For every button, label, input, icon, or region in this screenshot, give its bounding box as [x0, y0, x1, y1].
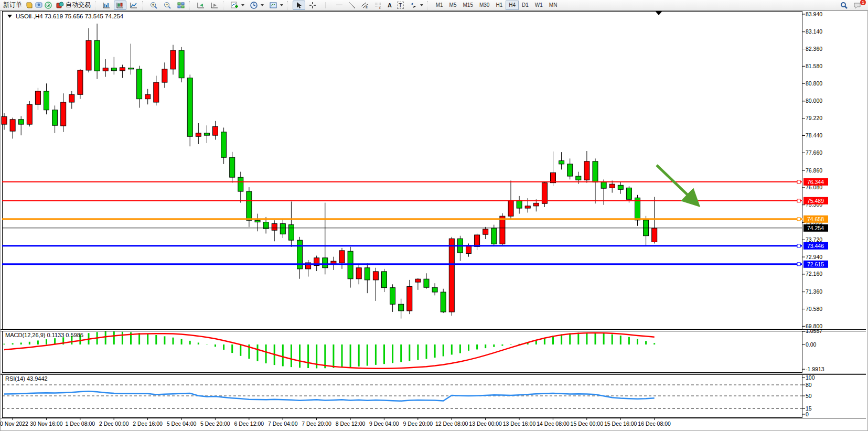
candle	[432, 287, 437, 292]
price-tick-label: 79.220	[806, 115, 822, 121]
dropdown-caret-icon	[241, 4, 244, 6]
line-handle[interactable]	[797, 180, 800, 184]
candle	[483, 229, 488, 234]
periods-menu-button[interactable]	[248, 0, 266, 10]
time-tick-label: 2 Dec 16:00	[133, 421, 163, 427]
horizontal-line-tool[interactable]	[333, 0, 346, 10]
line-handle[interactable]	[797, 263, 800, 266]
crosshair-tool-icon[interactable]	[306, 1, 319, 10]
candle	[373, 272, 378, 280]
candle	[567, 164, 573, 176]
trendline-tool[interactable]	[347, 0, 357, 10]
main-pane[interactable]	[3, 12, 802, 329]
macd-tick-label: 1.0557	[806, 328, 822, 334]
line-chart-type-icon[interactable]	[127, 1, 140, 10]
text-tool[interactable]: A	[385, 0, 394, 10]
equidistant-channel-tool[interactable]: E	[358, 0, 371, 10]
text-tool-icon: A	[388, 2, 392, 8]
candle	[78, 70, 83, 94]
time-tick-label: 5 Dec 20:00	[200, 421, 230, 427]
candle	[18, 120, 24, 124]
vertical-line-tool[interactable]	[320, 0, 332, 10]
fibonacci-tool[interactable]: F	[372, 0, 384, 10]
price-tick-label: 78.440	[806, 132, 822, 138]
rsi-tick-label: 100	[806, 374, 815, 381]
trendline-icon	[349, 2, 355, 8]
candle	[382, 272, 387, 288]
price-badge-label: 72.615	[807, 261, 824, 267]
timeframe-button-mn[interactable]: MN	[546, 1, 561, 10]
auto-scroll-icon[interactable]	[195, 1, 207, 10]
candle	[162, 69, 167, 82]
timeframe-button-h1[interactable]: H1	[492, 1, 506, 10]
indicators-menu-button[interactable]	[228, 0, 247, 10]
dropdown-caret-icon	[261, 4, 264, 6]
bar-chart-type-icon[interactable]	[100, 1, 113, 10]
arrows-menu-button[interactable]	[407, 0, 425, 10]
candle	[626, 188, 631, 199]
timeframe-button-d1[interactable]: D1	[519, 1, 532, 10]
tile-windows-icon[interactable]	[175, 1, 187, 10]
candle	[618, 185, 623, 189]
price-badge-label: 73.446	[807, 243, 824, 249]
time-tick-label: 6 Dec 12:00	[234, 421, 264, 427]
chart-title: USOil-,H4 73.619 75.656 73.545 74.254	[16, 13, 124, 19]
navigator-icon[interactable]	[35, 1, 43, 9]
text-label-tool[interactable]: T	[395, 0, 406, 10]
candle	[255, 220, 260, 222]
clock-icon	[250, 1, 258, 9]
new-order-button[interactable]: 新订单	[1, 0, 24, 10]
cursor-tool-icon[interactable]	[293, 1, 305, 10]
line-handle[interactable]	[797, 199, 800, 202]
dropdown-caret-icon	[280, 4, 283, 6]
text-label-icon: T	[397, 2, 404, 9]
horizontal-line-icon	[336, 5, 342, 5]
candle	[390, 288, 395, 305]
notification-badge: 1	[860, 0, 866, 5]
line-handle[interactable]	[797, 244, 800, 247]
candle	[111, 68, 116, 71]
candle	[399, 304, 404, 311]
timeframe-button-m5[interactable]: M5	[446, 1, 460, 10]
candle	[525, 206, 530, 208]
market-watch-icon[interactable]	[25, 1, 34, 9]
autotrading-icon	[56, 1, 64, 9]
candle	[230, 157, 235, 177]
line-handle[interactable]	[797, 218, 800, 221]
candle	[120, 68, 125, 71]
candle	[187, 78, 192, 137]
time-tick-label: 1 Dec 08:00	[65, 421, 95, 427]
zoom-out-icon[interactable]	[161, 1, 174, 10]
toolbar-separator	[189, 1, 192, 9]
price-tick-label: 82.360	[806, 46, 822, 52]
candle	[593, 161, 598, 182]
price-tick-label: 77.660	[806, 149, 822, 156]
candle	[280, 224, 285, 234]
timeframe-button-m1[interactable]: M1	[433, 1, 446, 10]
timeframe-button-h4[interactable]: H4	[506, 1, 519, 10]
candle	[466, 245, 471, 253]
notifications-button[interactable]: 1	[851, 1, 864, 10]
timeframe-button-m30[interactable]: M30	[476, 1, 492, 10]
zoom-in-icon[interactable]	[147, 1, 160, 10]
search-icon[interactable]	[838, 1, 850, 10]
candle	[52, 110, 58, 125]
svg-text:E: E	[366, 6, 368, 9]
chart-shift-icon[interactable]	[208, 1, 221, 10]
templates-menu-button[interactable]	[267, 0, 285, 10]
candle	[584, 161, 590, 180]
candle	[238, 177, 243, 191]
price-tick-label: 76.860	[806, 167, 822, 174]
candlestick-chart-type-icon[interactable]	[114, 1, 126, 10]
candle	[339, 251, 345, 263]
price-badge-label: 75.489	[807, 198, 824, 204]
chart-area[interactable]: 83.94083.14082.36081.58080.80080.00079.2…	[0, 0, 868, 431]
timeframe-button-w1[interactable]: W1	[532, 1, 546, 10]
rsi-tick-label: 0	[806, 411, 809, 417]
price-tick-label: 70.580	[806, 306, 822, 312]
time-tick-label: 8 Dec 12:00	[336, 421, 366, 427]
time-tick-label: 30 Nov 16:00	[30, 421, 63, 427]
terminal-icon[interactable]	[44, 1, 52, 9]
timeframe-button-m15[interactable]: M15	[460, 1, 476, 10]
autotrading-button[interactable]: 自动交易	[53, 0, 93, 10]
